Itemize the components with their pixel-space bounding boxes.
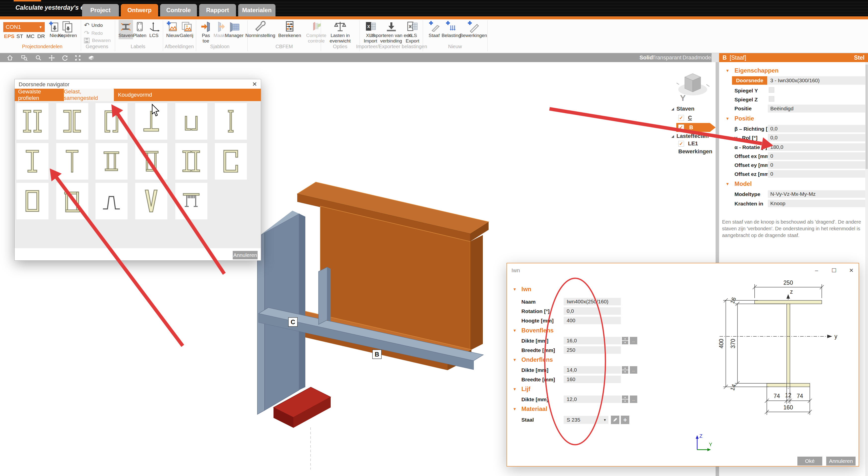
solid-view-icon[interactable] (88, 55, 95, 61)
copy-project-item-button[interactable]: Kopiëren (61, 21, 79, 38)
alpha-value[interactable]: 180,0 (768, 143, 868, 151)
mode-dr[interactable]: DR (37, 33, 45, 39)
lcs-labels-button[interactable]: LCS (148, 21, 160, 38)
profile-card-channel-closed[interactable] (215, 143, 247, 180)
profile-card-tee[interactable] (56, 143, 88, 180)
modeltype-value[interactable]: N-Vy-Vz-Mx-My-Mz (768, 190, 868, 198)
code-setup-button[interactable]: Norminstelling (254, 20, 279, 38)
profile-card-box-girder-2[interactable] (135, 143, 167, 180)
zoom-fit-icon[interactable] (74, 55, 81, 61)
cancel-button[interactable]: Annuleren (826, 456, 856, 466)
template-apply-button[interactable]: Pas toe (200, 21, 212, 44)
loads-in-equilibrium-button[interactable]: Lasten in evenwicht (334, 20, 352, 44)
bf-dikte-stepper[interactable]: ▲▼ (622, 366, 628, 374)
rotate-icon[interactable] (61, 55, 68, 61)
collapse-triangle-icon[interactable]: ▼ (513, 387, 517, 392)
spin-up-icon[interactable]: ▲ (622, 396, 628, 399)
profile-card-hat[interactable] (95, 183, 128, 219)
pan-icon[interactable] (48, 55, 55, 61)
profile-card-i-asym[interactable] (17, 143, 49, 180)
spin-down-icon[interactable]: ▼ (622, 370, 628, 374)
save-button[interactable]: Bewaren (84, 37, 111, 44)
profile-card-double-i-touching[interactable] (175, 143, 207, 180)
close-icon[interactable]: ✕ (251, 81, 258, 87)
collapse-triangle-icon[interactable]: ▼ (725, 116, 730, 121)
tab-ontwerp[interactable]: Ontwerp (121, 4, 158, 16)
new-member-button[interactable]: Staaf (428, 20, 441, 38)
tf-breedte-value[interactable]: 250 (564, 346, 621, 354)
spiegel-z-checkbox[interactable] (769, 96, 774, 102)
view-mode-draadmodel[interactable]: Draadmodel (682, 53, 713, 62)
beta-value[interactable]: 0,0 (768, 125, 868, 132)
web-dikte-stepper[interactable]: ▲▼ (622, 396, 628, 403)
collapse-triangle-icon[interactable]: ▼ (513, 329, 517, 333)
spin-up-icon[interactable]: ▲ (622, 337, 628, 340)
spin-down-icon[interactable]: ▼ (622, 341, 628, 344)
web-dikte-value[interactable]: 12,0 (564, 396, 621, 403)
view-mode-transparant[interactable]: Transparant (653, 53, 681, 62)
tab-koudgevormd[interactable]: Koudgevormd (115, 89, 155, 101)
profile-card-angles[interactable] (175, 103, 207, 140)
collapse-triangle-icon[interactable]: ▼ (725, 69, 730, 73)
spin-up-icon[interactable]: ▲ (622, 366, 628, 370)
tab-gewalste-profielen[interactable]: Gewalste profielen (18, 89, 63, 101)
undo-button[interactable]: ↶ Undo (84, 21, 103, 29)
mode-st[interactable]: ST (17, 33, 23, 39)
checkbox-checked[interactable]: ✓ (678, 125, 684, 130)
profile-card-welded-box[interactable] (17, 183, 49, 219)
add-material-button[interactable]: + (621, 416, 629, 424)
collapse-triangle-icon[interactable]: ▼ (513, 358, 517, 362)
spiegel-y-checkbox[interactable] (769, 87, 774, 93)
bf-dikte-value[interactable]: 14,0 (564, 366, 621, 374)
offset-ey-value[interactable]: 0 (768, 161, 868, 169)
edit-material-button[interactable] (611, 416, 619, 424)
profile-card-box-girder[interactable] (95, 143, 128, 180)
profile-card-box-offset[interactable] (56, 183, 88, 219)
complete-check-button[interactable]: Complete controle (310, 20, 329, 44)
tree-group-staven[interactable]: ◢ Staven (671, 106, 694, 112)
xls-export-button[interactable]: X XLS Export (406, 20, 423, 44)
calculate-button[interactable]: Berekenen (283, 20, 303, 38)
view-cube[interactable]: Y (674, 70, 711, 103)
tab-rapport[interactable]: Rapport (199, 4, 236, 16)
profile-card-double-i[interactable] (17, 103, 49, 140)
new-operations-button[interactable]: Bewerkingen (467, 20, 488, 38)
offset-ex-value[interactable]: 0 (768, 152, 868, 160)
platen-labels-button[interactable]: Platen (134, 21, 148, 38)
gallery-button[interactable]: Galerij (180, 21, 195, 38)
staal-dropdown[interactable]: S 235 ▼ (564, 416, 609, 424)
tf-dikte-more-button[interactable]: ... (630, 337, 637, 344)
rotation-value[interactable]: 0,0 (564, 307, 621, 315)
column-label[interactable]: C (288, 317, 298, 327)
collapse-triangle-icon[interactable]: ▼ (725, 182, 730, 186)
collapse-triangle-icon[interactable]: ▼ (513, 407, 517, 411)
profile-card-i-narrow[interactable] (215, 103, 247, 140)
doorsnede-value[interactable]: 3 - Iwn300x(300/160) (768, 76, 868, 85)
tree-item-le1[interactable]: ✓ LE1 (678, 140, 698, 147)
home-icon[interactable] (6, 55, 13, 61)
tree-group-bewerkingen[interactable]: Bewerkingen (678, 148, 712, 155)
profile-card-channels-out[interactable] (56, 103, 88, 140)
zoom-window-icon[interactable] (21, 55, 28, 61)
tf-dikte-value[interactable]: 16,0 (564, 337, 621, 344)
cancel-button[interactable]: Annuleren (233, 251, 257, 259)
redo-button[interactable]: ↷ Redo (84, 29, 103, 37)
profile-card-tee-inverted[interactable] (135, 103, 167, 140)
tab-project[interactable]: Project (82, 4, 119, 16)
profile-card-vee[interactable] (135, 183, 167, 219)
checkbox-checked[interactable]: ✓ (678, 115, 684, 121)
web-dikte-more-button[interactable]: ... (630, 396, 637, 403)
tree-group-lasteffecten[interactable]: ◢ Lasteffecten (671, 133, 709, 139)
spin-down-icon[interactable]: ▼ (622, 400, 628, 403)
tf-dikte-stepper[interactable]: ▲▼ (622, 337, 628, 344)
krachten-value[interactable]: Knoop (768, 200, 868, 207)
panel-scrollbar-thumb[interactable] (866, 65, 868, 169)
profile-card-rail[interactable] (175, 183, 207, 219)
naam-value[interactable]: Iwn400x(250/160) (564, 298, 621, 305)
zoom-icon[interactable] (35, 55, 42, 61)
collapse-triangle-icon[interactable]: ▼ (513, 287, 517, 292)
connection-selector[interactable]: CON1▼ (3, 22, 45, 32)
gamma-value[interactable]: 0,0 (768, 134, 868, 141)
tab-gelast-samengesteld[interactable]: Gelast, samengesteld (64, 89, 114, 101)
offset-ez-value[interactable]: 0 (768, 170, 868, 178)
